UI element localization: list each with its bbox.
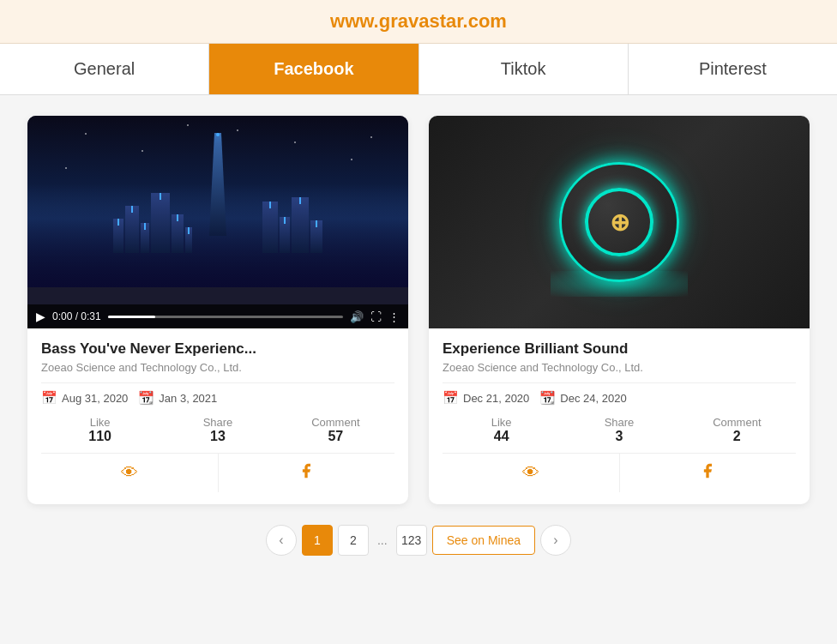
card-1-share-value: 13 <box>159 429 276 444</box>
card-1-stats: Like 110 Share 13 Comment 57 <box>41 416 394 444</box>
fullscreen-icon[interactable]: ⛶ <box>370 310 382 323</box>
card-1-like-value: 110 <box>41 429 159 444</box>
prev-page-btn[interactable]: ‹ <box>266 525 297 556</box>
buildings <box>27 193 408 253</box>
card-1-comment-label: Comment <box>277 416 394 429</box>
video-thumbnail <box>27 116 408 287</box>
progress-bar[interactable] <box>108 316 343 318</box>
card-1-subtitle: Zoeao Science and Technology Co., Ltd. <box>41 361 394 374</box>
card-1-like: Like 110 <box>41 416 159 444</box>
card-1-comment: Comment 57 <box>277 416 394 444</box>
tab-tiktok[interactable]: Tiktok <box>419 44 629 94</box>
facebook-icon-2 <box>699 462 716 484</box>
card-2-view-btn[interactable]: 👁 <box>443 454 620 492</box>
main-content: ▶ 0:00 / 0:31 🔊 ⛶ ⋮ Bass You've Never Ex… <box>0 95 837 590</box>
card-2-title: Experience Brilliant Sound <box>443 340 796 358</box>
robot-ring: ⊕ <box>585 188 653 256</box>
card-1-view-btn[interactable]: 👁 <box>41 454 219 492</box>
calendar-start-icon: 📅 <box>41 390 57 406</box>
card-2-dates: 📅 Dec 21, 2020 📆 Dec 24, 2020 <box>443 390 796 406</box>
robot-glow <box>551 271 688 297</box>
tab-facebook[interactable]: Facebook <box>209 44 418 94</box>
video-controls: ▶ 0:00 / 0:31 🔊 ⛶ ⋮ <box>27 304 408 328</box>
card-1-end-date: 📆 Jan 3, 2021 <box>138 390 217 406</box>
card-2-comment-label: Comment <box>678 416 796 429</box>
card-1-share: Share 13 <box>159 416 276 444</box>
calendar-end-icon: 📆 <box>138 390 154 406</box>
card-1-end-date-value: Jan 3, 2021 <box>159 392 217 405</box>
calendar-start-icon-2: 📅 <box>443 390 459 406</box>
card-2-like: Like 44 <box>443 416 560 444</box>
card-2-share-label: Share <box>560 416 677 429</box>
card-2-end-date-value: Dec 24, 2020 <box>560 392 626 405</box>
card-1-like-label: Like <box>41 416 159 429</box>
robot-body: ⊕ <box>559 162 679 282</box>
cards-grid: ▶ 0:00 / 0:31 🔊 ⛶ ⋮ Bass You've Never Ex… <box>27 116 810 504</box>
card-2-divider <box>443 382 796 383</box>
page-2-btn[interactable]: 2 <box>338 525 369 556</box>
card-2-end-date: 📆 Dec 24, 2020 <box>539 390 626 406</box>
card-1-start-date-value: Aug 31, 2020 <box>62 392 128 405</box>
page-ellipsis: ... <box>374 533 391 547</box>
prev-icon: ‹ <box>279 533 283 548</box>
card-2-start-date: 📅 Dec 21, 2020 <box>443 390 529 406</box>
see-on-minea-btn[interactable]: See on Minea <box>432 526 535 555</box>
facebook-icon <box>298 462 315 484</box>
robot-plus: ⊕ <box>610 208 629 237</box>
card-1: ▶ 0:00 / 0:31 🔊 ⛶ ⋮ Bass You've Never Ex… <box>27 116 408 504</box>
page-1-btn[interactable]: 1 <box>302 525 333 556</box>
eye-icon: 👁 <box>121 463 138 483</box>
more-icon[interactable]: ⋮ <box>388 310 400 323</box>
card-1-comment-value: 57 <box>277 429 394 444</box>
card-2-like-value: 44 <box>443 429 560 444</box>
card-2-like-label: Like <box>443 416 560 429</box>
next-icon: › <box>553 533 557 548</box>
card-2-share-value: 3 <box>560 429 677 444</box>
progress-fill <box>108 316 155 318</box>
card-1-start-date: 📅 Aug 31, 2020 <box>41 390 128 406</box>
card-2-comment: Comment 2 <box>678 416 796 444</box>
play-icon[interactable]: ▶ <box>36 310 45 323</box>
tower-glow <box>216 133 220 136</box>
card-2-media: ⊕ <box>429 116 810 328</box>
card-2-subtitle: Zoeao Science and Technology Co., Ltd. <box>443 361 796 374</box>
volume-icon[interactable]: 🔊 <box>350 310 364 323</box>
card-2-comment-value: 2 <box>678 429 796 444</box>
tab-general[interactable]: General <box>0 44 209 94</box>
page-last-btn[interactable]: 123 <box>396 525 427 556</box>
card-2-share: Share 3 <box>560 416 677 444</box>
video-time: 0:00 / 0:31 <box>52 310 101 322</box>
eye-icon-2: 👁 <box>522 463 539 483</box>
header: www.gravastar.com <box>0 0 837 44</box>
pagination: ‹ 1 2 ... 123 See on Minea › <box>27 504 810 569</box>
card-1-share-label: Share <box>159 416 276 429</box>
card-2-actions: 👁 <box>443 453 796 492</box>
card-2-start-date-value: Dec 21, 2020 <box>463 392 529 405</box>
card-1-title: Bass You've Never Experienc... <box>41 340 394 358</box>
card-2-body: Experience Brilliant Sound Zoeao Science… <box>429 328 810 504</box>
card-1-body: Bass You've Never Experienc... Zoeao Sci… <box>27 328 408 504</box>
header-url: www.gravastar.com <box>330 10 507 32</box>
tab-bar: General Facebook Tiktok Pinterest <box>0 44 837 95</box>
card-1-dates: 📅 Aug 31, 2020 📆 Jan 3, 2021 <box>41 390 394 406</box>
card-1-media: ▶ 0:00 / 0:31 🔊 ⛶ ⋮ <box>27 116 408 328</box>
calendar-end-icon-2: 📆 <box>539 390 556 406</box>
card-1-divider <box>41 382 394 383</box>
card-2-facebook-btn[interactable] <box>620 454 797 492</box>
card-1-facebook-btn[interactable] <box>219 454 395 492</box>
next-page-btn[interactable]: › <box>540 525 571 556</box>
card-1-actions: 👁 <box>41 453 394 492</box>
tab-pinterest[interactable]: Pinterest <box>629 44 837 94</box>
card-2-stats: Like 44 Share 3 Comment 2 <box>443 416 796 444</box>
card-2: ⊕ Experience Brilliant Sound Zoeao Scien… <box>429 116 810 504</box>
